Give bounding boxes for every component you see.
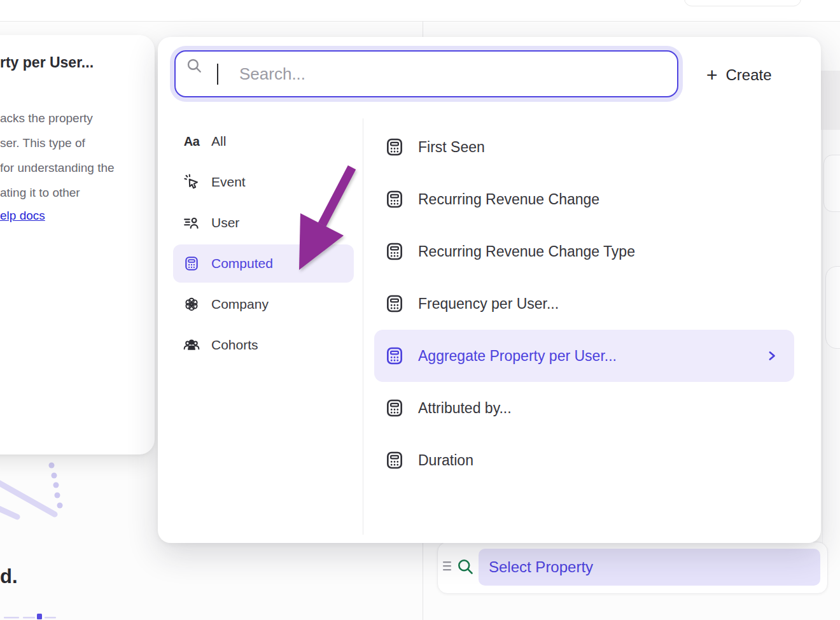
tooltip-body: acks the property ser. This type of for … — [0, 106, 115, 205]
background-card-edge — [825, 266, 840, 349]
calculator-icon — [384, 293, 405, 314]
property-tooltip-card: rty per User... acks the property ser. T… — [0, 35, 155, 454]
list-item-recurring-revenue-change-type[interactable]: Recurring Revenue Change Type — [374, 225, 794, 278]
sidebar-item-all[interactable]: Aa All — [173, 122, 354, 160]
right-panel-edge — [822, 130, 823, 547]
event-cursor-icon — [183, 174, 200, 190]
list-item-frequency-per-user[interactable]: Frequency per User... — [374, 278, 794, 330]
tooltip-body-line: for understanding the — [0, 155, 115, 180]
user-list-icon — [183, 215, 200, 231]
clipped-heading-fragment: d. — [0, 565, 18, 588]
background-card-edge — [823, 155, 840, 212]
search-icon — [186, 57, 202, 74]
column-divider-top — [423, 21, 423, 38]
calculator-icon — [384, 189, 405, 209]
modal-column-divider — [363, 118, 363, 535]
chart-doodle-decoration — [0, 455, 165, 525]
column-divider-bottom — [423, 543, 423, 620]
list-item-attributed-by[interactable]: Attributed by... — [374, 382, 794, 434]
annotation-arrow — [280, 159, 363, 277]
select-property-button[interactable]: Select Property — [479, 549, 820, 586]
list-item-aggregate-property-per-user[interactable]: Aggregate Property per User... — [374, 330, 794, 382]
property-picker-modal: + Create Aa All Event — [158, 37, 821, 543]
cohorts-people-icon — [183, 337, 200, 353]
tooltip-title: rty per User... — [0, 54, 94, 71]
search-icon — [456, 558, 474, 575]
tooltip-body-line: ating it to other — [0, 180, 115, 205]
calculator-icon — [384, 137, 405, 157]
top-divider-line — [0, 21, 840, 22]
aa-icon: Aa — [183, 133, 200, 150]
partial-toolbar-button[interactable] — [684, 0, 801, 6]
create-button[interactable]: + Create — [703, 62, 776, 88]
calculator-icon — [384, 398, 405, 418]
calculator-icon — [183, 255, 200, 272]
property-list: First Seen Recurring Revenue Change Recu… — [374, 121, 794, 486]
search-input[interactable] — [174, 50, 678, 97]
sidebar-item-company[interactable]: Company — [173, 285, 354, 323]
help-docs-link[interactable]: elp docs — [0, 209, 45, 223]
list-item-duration[interactable]: Duration — [374, 434, 794, 486]
select-property-label: Select Property — [489, 558, 593, 576]
screen: rty per User... acks the property ser. T… — [0, 0, 840, 620]
list-item-first-seen[interactable]: First Seen — [374, 121, 794, 173]
sidebar-item-cohorts[interactable]: Cohorts — [173, 326, 354, 364]
chevron-right-icon — [767, 351, 776, 361]
list-item-recurring-revenue-change[interactable]: Recurring Revenue Change — [374, 173, 794, 225]
tooltip-body-line: ser. This type of — [0, 130, 115, 155]
calculator-icon — [384, 241, 405, 262]
property-selector-card: Select Property — [437, 542, 828, 594]
text-cursor — [217, 64, 218, 85]
plus-icon: + — [706, 66, 718, 85]
tooltip-body-line: acks the property — [0, 106, 115, 130]
clipped-link-fragment — [0, 611, 140, 620]
calculator-icon — [384, 346, 405, 366]
right-panel-band — [821, 71, 840, 130]
calculator-icon — [384, 450, 405, 470]
drag-handle-icon[interactable] — [443, 561, 452, 572]
company-flower-icon — [183, 296, 200, 313]
